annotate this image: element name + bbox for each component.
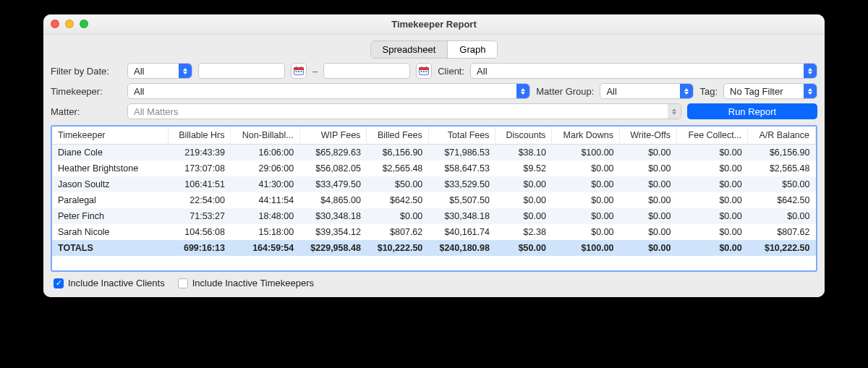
svg-rect-2 <box>296 67 297 69</box>
column-header[interactable]: Mark Downs <box>552 127 620 145</box>
table-cell: $0.00 <box>676 145 747 161</box>
svg-rect-5 <box>298 71 299 72</box>
table-row[interactable]: Paralegal22:54:0044:11:54$4,865.00$642.5… <box>52 192 816 208</box>
table-cell: $6,156.90 <box>748 145 816 161</box>
matter-group-select[interactable]: All <box>600 83 694 99</box>
table-cell: TOTALS <box>52 240 168 256</box>
table-cell: $0.00 <box>620 161 677 176</box>
table-cell: $0.00 <box>676 176 747 192</box>
table-cell: $0.00 <box>495 208 552 224</box>
date-to-calendar-button[interactable] <box>416 63 432 79</box>
svg-rect-8 <box>420 68 429 70</box>
table-row[interactable]: Heather Brightstone173:07:0829:06:00$56,… <box>52 161 816 176</box>
svg-rect-9 <box>421 67 422 69</box>
table-cell: $642.50 <box>367 192 428 208</box>
table-cell: $0.00 <box>620 145 677 161</box>
table-cell: $38.10 <box>495 145 552 161</box>
timekeeper-label: Timekeeper: <box>51 86 122 97</box>
column-header[interactable]: Write-Offs <box>620 127 677 145</box>
column-header[interactable]: Total Fees <box>428 127 495 145</box>
table-cell: $10,222.50 <box>367 240 428 256</box>
report-table-container: TimekeeperBillable HrsNon-Billabl...WIP … <box>51 125 817 272</box>
table-cell: $0.00 <box>676 208 747 224</box>
table-cell: 164:59:54 <box>231 240 299 256</box>
checkbox-icon <box>178 278 188 288</box>
zoom-icon[interactable] <box>80 20 88 28</box>
table-cell: 219:43:39 <box>168 145 231 161</box>
table-cell: $0.00 <box>495 176 552 192</box>
tab-graph[interactable]: Graph <box>447 41 497 58</box>
timekeeper-value: All <box>134 86 144 97</box>
table-cell: $50.00 <box>748 176 816 192</box>
table-blank-row <box>52 256 816 270</box>
table-row[interactable]: Peter Finch71:53:2718:48:00$30,348.18$0.… <box>52 208 816 224</box>
date-to-input[interactable] <box>323 63 410 79</box>
close-icon[interactable] <box>51 20 59 28</box>
matter-group-label: Matter Group: <box>536 86 594 97</box>
table-cell: $0.00 <box>552 192 620 208</box>
table-cell: $0.00 <box>748 208 816 224</box>
date-from-input[interactable] <box>198 63 285 79</box>
table-cell: 29:06:00 <box>231 161 299 176</box>
table-cell: 15:18:00 <box>231 224 299 240</box>
column-header[interactable]: Timekeeper <box>52 127 168 145</box>
chevron-updown-icon <box>804 84 817 98</box>
tag-value: No Tag Filter <box>730 86 783 97</box>
table-row[interactable]: Diane Cole219:43:3916:06:00$65,829.63$6,… <box>52 145 816 161</box>
view-tabs: Spreadsheet Graph <box>370 40 498 59</box>
include-inactive-timekeepers-label: Include Inactive Timekeepers <box>192 278 314 288</box>
table-cell: $0.00 <box>676 161 747 176</box>
chevron-updown-icon <box>680 84 693 98</box>
table-cell: 71:53:27 <box>168 208 231 224</box>
table-cell: $71,986.53 <box>428 145 495 161</box>
table-cell: $0.00 <box>552 161 620 176</box>
timekeeper-select[interactable]: All <box>127 83 530 99</box>
include-inactive-clients-checkbox[interactable]: Include Inactive Clients <box>54 278 165 288</box>
column-header[interactable]: Fee Collect... <box>676 127 747 145</box>
column-header[interactable]: Discounts <box>495 127 552 145</box>
filter-by-date-value: All <box>134 66 144 77</box>
table-cell: $0.00 <box>552 224 620 240</box>
column-header[interactable]: WIP Fees <box>299 127 367 145</box>
table-cell: $33,479.50 <box>299 176 367 192</box>
svg-rect-4 <box>296 71 297 72</box>
table-cell: Diane Cole <box>52 145 168 161</box>
table-cell: $0.00 <box>620 176 677 192</box>
filter-by-date-select[interactable]: All <box>127 63 192 79</box>
include-inactive-clients-label: Include Inactive Clients <box>68 278 165 288</box>
matter-group-value: All <box>606 86 616 97</box>
table-cell: $2.38 <box>495 224 552 240</box>
matter-placeholder: All Matters <box>134 106 178 117</box>
table-cell: Paralegal <box>52 192 168 208</box>
svg-rect-1 <box>294 68 304 70</box>
column-header[interactable]: Billed Fees <box>367 127 428 145</box>
date-range-separator: – <box>312 66 318 77</box>
table-cell: $0.00 <box>676 192 747 208</box>
include-inactive-timekeepers-checkbox[interactable]: Include Inactive Timekeepers <box>178 278 314 288</box>
run-report-button[interactable]: Run Report <box>687 103 817 119</box>
table-cell: $0.00 <box>620 224 677 240</box>
table-cell: $807.62 <box>748 224 816 240</box>
table-cell: $5,507.50 <box>428 192 495 208</box>
tag-select[interactable]: No Tag Filter <box>723 83 817 99</box>
client-select[interactable]: All <box>470 63 817 79</box>
table-cell: 106:41:51 <box>168 176 231 192</box>
table-cell: $229,958.48 <box>299 240 367 256</box>
table-cell: $65,829.63 <box>299 145 367 161</box>
minimize-icon[interactable] <box>65 20 74 28</box>
table-row[interactable]: Jason Soultz106:41:5141:30:00$33,479.50$… <box>52 176 816 192</box>
date-from-calendar-button[interactable] <box>291 63 307 79</box>
column-header[interactable]: Non-Billabl... <box>231 127 299 145</box>
matter-select[interactable]: All Matters <box>127 103 681 119</box>
table-cell: Peter Finch <box>52 208 168 224</box>
table-row[interactable]: Sarah Nicole104:56:0815:18:00$39,354.12$… <box>52 224 816 240</box>
tab-spreadsheet[interactable]: Spreadsheet <box>371 41 448 58</box>
table-cell: $40,161.74 <box>428 224 495 240</box>
table-cell: 16:06:00 <box>231 145 299 161</box>
table-cell: 44:11:54 <box>231 192 299 208</box>
table-cell: $50.00 <box>495 240 552 256</box>
column-header[interactable]: Billable Hrs <box>168 127 231 145</box>
table-cell: Jason Soultz <box>52 176 168 192</box>
column-header[interactable]: A/R Balance <box>748 127 816 145</box>
chevron-updown-icon <box>516 84 529 98</box>
